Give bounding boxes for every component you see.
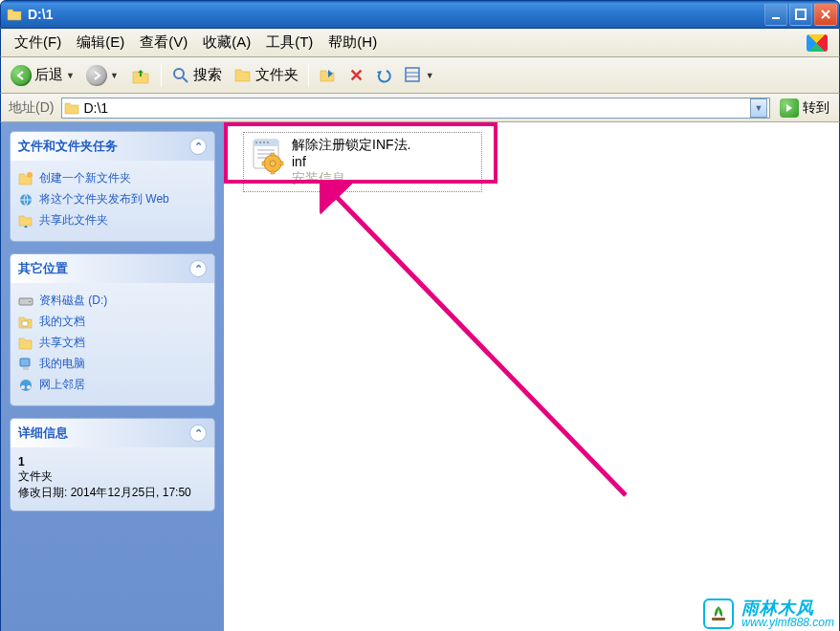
shared-docs-icon	[18, 336, 33, 351]
new-folder-icon	[18, 171, 33, 186]
documents-icon	[18, 315, 33, 330]
close-button[interactable]	[814, 3, 837, 26]
address-dropdown[interactable]: ▼	[750, 98, 767, 118]
svg-point-6	[27, 172, 33, 178]
svg-rect-17	[254, 140, 278, 146]
folders-button[interactable]: 文件夹	[230, 64, 302, 87]
place-my-computer[interactable]: 我的电脑	[18, 354, 207, 375]
panel-header[interactable]: 详细信息 ⌃	[11, 419, 214, 447]
minimize-button[interactable]	[764, 3, 787, 26]
other-places-panel: 其它位置 ⌃ 资料磁盘 (D:) 我的文档 共享文档 我的电脑	[11, 254, 214, 405]
svg-rect-28	[271, 171, 275, 174]
go-icon	[780, 98, 799, 118]
svg-rect-0	[772, 17, 780, 19]
up-folder-icon	[130, 65, 151, 86]
inf-file-icon	[248, 137, 286, 175]
details-panel: 详细信息 ⌃ 1 文件夹 修改日期: 2014年12月25日, 17:50	[11, 419, 214, 511]
file-description: 安装信息	[292, 170, 410, 187]
place-network[interactable]: 网上邻居	[18, 375, 207, 396]
move-to-button[interactable]	[315, 64, 342, 87]
windows-flag-icon	[801, 32, 833, 54]
back-button[interactable]: 后退 ▼	[7, 63, 78, 88]
svg-point-15	[27, 385, 31, 389]
address-input[interactable]: D:\1 ▼	[61, 98, 770, 119]
tasks-sidebar: 文件和文件夹任务 ⌃ 创建一个新文件夹 将这个文件夹发布到 Web 共享此文件夹	[1, 122, 224, 631]
collapse-icon: ⌃	[189, 138, 207, 155]
file-name-line2: inf	[292, 154, 410, 171]
svg-rect-34	[712, 618, 725, 620]
undo-icon	[375, 67, 392, 84]
task-publish-web[interactable]: 将这个文件夹发布到 Web	[18, 189, 207, 210]
views-button[interactable]: ▼	[400, 64, 438, 87]
watermark: 雨林木风 www.ylmf888.com	[703, 598, 834, 629]
computer-icon	[18, 357, 33, 372]
search-button[interactable]: 搜索	[167, 64, 226, 87]
place-data-disk[interactable]: 资料磁盘 (D:)	[18, 291, 207, 312]
svg-point-21	[267, 141, 269, 143]
annotation-arrow	[320, 180, 635, 505]
search-icon	[171, 66, 190, 85]
svg-rect-30	[280, 162, 283, 165]
panel-title: 其它位置	[18, 260, 68, 277]
panel-title: 详细信息	[18, 424, 68, 442]
svg-point-2	[174, 69, 184, 78]
views-icon	[404, 66, 423, 85]
svg-point-13	[20, 380, 32, 391]
svg-point-18	[255, 141, 257, 143]
share-folder-icon	[18, 213, 33, 228]
panel-header[interactable]: 文件和文件夹任务 ⌃	[11, 132, 214, 161]
folder-icon	[64, 101, 79, 115]
file-item-inf[interactable]: 解除注册锁定INF法. inf 安装信息	[243, 132, 482, 192]
forward-button[interactable]: ▼	[82, 63, 122, 88]
watermark-url: www.ylmf888.com	[741, 617, 834, 628]
svg-rect-11	[20, 359, 30, 366]
delete-button[interactable]: ✕	[345, 63, 367, 88]
disk-icon	[18, 294, 33, 309]
address-label: 地址(D)	[5, 99, 57, 117]
menu-edit[interactable]: 编辑(E)	[69, 32, 132, 54]
details-type: 文件夹	[18, 468, 207, 485]
watermark-logo-icon	[703, 598, 734, 629]
window-title: D:\1	[28, 7, 764, 22]
undo-button[interactable]	[371, 65, 396, 86]
svg-point-14	[21, 385, 25, 389]
svg-point-26	[270, 161, 276, 166]
menu-file[interactable]: 文件(F)	[7, 32, 69, 54]
file-name-line1: 解除注册锁定INF法.	[292, 137, 410, 154]
svg-rect-1	[796, 10, 806, 19]
task-new-folder[interactable]: 创建一个新文件夹	[18, 168, 207, 189]
place-my-documents[interactable]: 我的文档	[18, 312, 207, 333]
folders-label: 文件夹	[255, 66, 298, 84]
details-date: 修改日期: 2014年12月25日, 17:50	[18, 485, 207, 501]
svg-rect-3	[406, 68, 419, 81]
svg-rect-10	[22, 321, 28, 326]
menu-help[interactable]: 帮助(H)	[321, 32, 385, 54]
collapse-icon: ⌃	[189, 424, 207, 442]
collapse-icon: ⌃	[189, 260, 207, 277]
chevron-down-icon: ▼	[426, 71, 434, 80]
up-button[interactable]	[126, 63, 155, 88]
forward-icon	[86, 65, 107, 86]
place-shared-docs[interactable]: 共享文档	[18, 333, 207, 354]
folders-icon	[233, 66, 253, 85]
menu-view[interactable]: 查看(V)	[132, 32, 195, 54]
svg-point-20	[263, 141, 265, 143]
back-icon	[11, 65, 32, 86]
file-list-pane[interactable]: 解除注册锁定INF法. inf 安装信息	[224, 122, 839, 631]
watermark-brand: 雨林木风	[741, 599, 834, 617]
maximize-button[interactable]	[789, 3, 812, 26]
svg-rect-29	[262, 162, 265, 165]
panel-title: 文件和文件夹任务	[18, 138, 118, 155]
svg-line-31	[331, 191, 626, 495]
address-value: D:\1	[79, 100, 750, 116]
menu-favorites[interactable]: 收藏(A)	[195, 32, 258, 54]
panel-header[interactable]: 其它位置 ⌃	[11, 254, 214, 283]
svg-rect-12	[23, 367, 29, 370]
menu-tools[interactable]: 工具(T)	[258, 32, 321, 54]
go-button[interactable]: 转到	[774, 98, 835, 118]
task-share-folder[interactable]: 共享此文件夹	[18, 210, 207, 231]
chevron-down-icon: ▼	[66, 71, 75, 80]
menu-bar: 文件(F) 编辑(E) 查看(V) 收藏(A) 工具(T) 帮助(H)	[0, 29, 840, 57]
folder-icon	[7, 8, 22, 21]
search-label: 搜索	[193, 66, 222, 84]
